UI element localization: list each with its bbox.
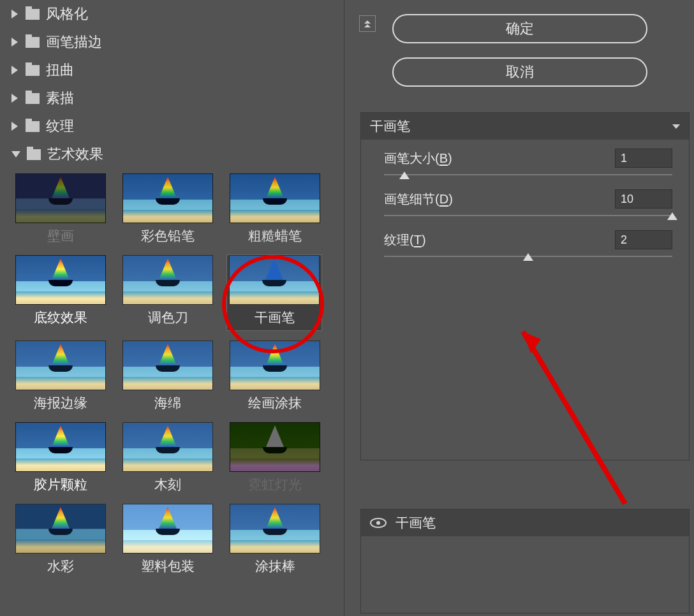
chevron-right-icon	[11, 66, 18, 75]
applied-filters-block: 干画笔	[360, 509, 690, 613]
texture-row: 纹理(T)	[361, 221, 689, 249]
thumb-caption: 壁画	[13, 227, 108, 245]
thumb-caption: 绘画涂抹	[227, 394, 323, 412]
folder-icon	[26, 9, 40, 20]
slider-thumb-icon[interactable]	[523, 253, 533, 261]
applied-filter-name: 干画笔	[395, 514, 436, 532]
thumb-caption: 塑料包装	[120, 557, 216, 575]
category-distort[interactable]: 扭曲	[0, 56, 344, 84]
filter-thumb-watercolor[interactable]: 水彩	[13, 504, 108, 575]
filter-thumb-sponge[interactable]: 海绵	[120, 341, 216, 412]
applied-filter-row[interactable]: 干画笔	[361, 510, 689, 536]
button-label: 取消	[506, 62, 534, 82]
brush-size-row: 画笔大小(B)	[361, 140, 689, 168]
thumb-caption: 海报边缘	[13, 394, 108, 412]
filter-thumb-film-grain[interactable]: 胶片颗粒	[13, 422, 108, 494]
category-label: 素描	[46, 89, 74, 108]
category-label: 扭曲	[46, 61, 74, 80]
current-filter-name: 干画笔	[370, 117, 410, 135]
category-label: 纹理	[46, 117, 74, 136]
category-brush-strokes[interactable]: 画笔描边	[0, 28, 344, 56]
button-label: 确定	[506, 19, 534, 38]
chevron-right-icon	[11, 38, 18, 47]
category-label: 画笔描边	[46, 33, 102, 52]
filter-thumb-colored-pencil[interactable]: 彩色铅笔	[120, 173, 216, 245]
brush-detail-label: 画笔细节(D)	[384, 191, 453, 208]
filter-gallery-panel: 风格化 画笔描边 扭曲 素描 纹理 艺术效果 壁画 彩色铅笔	[0, 0, 344, 616]
brush-detail-row: 画笔细节(D)	[361, 180, 689, 209]
filter-thumb-dry-brush[interactable]: 干画笔	[226, 254, 322, 331]
filter-thumb-cutout[interactable]: 木刻	[120, 422, 216, 494]
filter-thumb-plastic-wrap[interactable]: 塑料包装	[120, 504, 216, 575]
chevron-down-icon	[672, 124, 680, 129]
cancel-button[interactable]: 取消	[392, 57, 647, 87]
thumb-caption: 霓虹灯光	[227, 476, 323, 494]
filter-thumb-paint-daubs[interactable]: 绘画涂抹	[227, 341, 323, 412]
collapse-button[interactable]	[359, 15, 376, 32]
thumb-caption: 海绵	[120, 394, 216, 412]
category-label: 风格化	[46, 4, 88, 24]
thumb-caption: 胶片颗粒	[13, 476, 108, 494]
chevrons-up-icon	[364, 20, 371, 24]
filter-settings-panel: 确定 取消 干画笔 画笔大小(B) 画笔细节(D) 纹理(T)	[354, 0, 692, 616]
brush-detail-slider[interactable]	[384, 215, 672, 216]
filter-thumb-palette-knife[interactable]: 调色刀	[120, 255, 216, 330]
filter-settings-block: 干画笔 画笔大小(B) 画笔细节(D) 纹理(T)	[360, 112, 690, 460]
folder-icon	[27, 149, 41, 160]
slider-thumb-icon[interactable]	[667, 212, 677, 220]
brush-size-slider[interactable]	[384, 174, 672, 175]
chevrons-up-icon	[364, 24, 371, 27]
chevron-down-icon	[11, 151, 20, 158]
folder-icon	[26, 65, 40, 76]
category-sketch[interactable]: 素描	[0, 84, 344, 112]
brush-detail-input[interactable]	[615, 189, 672, 209]
folder-icon	[26, 93, 40, 104]
category-artistic[interactable]: 艺术效果	[0, 140, 344, 168]
category-label: 艺术效果	[47, 145, 103, 164]
thumb-caption: 底纹效果	[13, 309, 108, 326]
thumb-caption: 彩色铅笔	[120, 227, 216, 245]
chevron-right-icon	[11, 94, 18, 103]
thumb-caption: 调色刀	[120, 309, 216, 326]
thumb-caption: 木刻	[120, 476, 216, 494]
texture-slider[interactable]	[384, 256, 672, 257]
texture-label: 纹理(T)	[384, 231, 426, 249]
category-texture[interactable]: 纹理	[0, 112, 344, 140]
filter-selector-dropdown[interactable]: 干画笔	[361, 113, 689, 140]
filter-thumb-smudge-stick[interactable]: 涂抹棒	[227, 504, 323, 575]
slider-thumb-icon[interactable]	[399, 172, 410, 179]
category-stylize[interactable]: 风格化	[0, 0, 344, 28]
visibility-eye-icon[interactable]	[370, 518, 387, 528]
chevron-right-icon	[11, 122, 18, 131]
ok-button[interactable]: 确定	[392, 14, 647, 43]
filter-thumb-rough-pastels[interactable]: 粗糙蜡笔	[227, 173, 323, 245]
filter-thumb-neon-glow[interactable]: 霓虹灯光	[227, 422, 323, 494]
brush-size-input[interactable]	[615, 149, 672, 168]
brush-size-label: 画笔大小(B)	[384, 150, 452, 167]
thumb-caption: 粗糙蜡笔	[227, 227, 323, 245]
filter-thumb-fresco[interactable]: 壁画	[13, 173, 108, 245]
folder-icon	[26, 37, 40, 48]
chevron-right-icon	[11, 10, 18, 18]
filter-thumb-underpainting[interactable]: 底纹效果	[13, 255, 108, 330]
folder-icon	[26, 121, 40, 132]
filter-thumb-poster-edges[interactable]: 海报边缘	[13, 341, 108, 412]
texture-input[interactable]	[615, 230, 672, 249]
thumb-caption: 干画笔	[227, 309, 321, 326]
filter-thumbnail-grid: 壁画 彩色铅笔 粗糙蜡笔 底纹效果 调色刀 干画笔 海报边缘 海绵	[0, 168, 344, 575]
thumb-caption: 水彩	[13, 557, 108, 575]
thumb-caption: 涂抹棒	[227, 557, 323, 575]
